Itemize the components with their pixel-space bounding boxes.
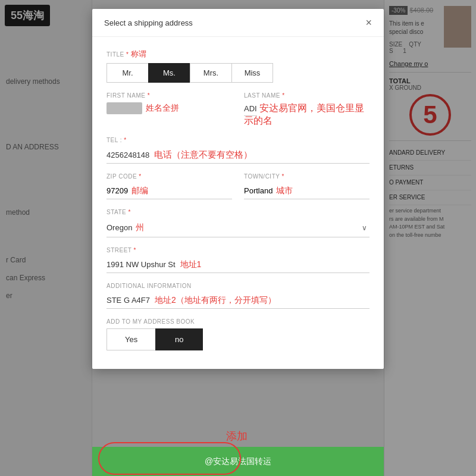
zip-cn: 邮编: [131, 186, 148, 196]
last-name-value: ADI: [244, 102, 257, 116]
state-value: Oregon: [107, 223, 132, 232]
address-book-group: ADD TO MY ADDRESS BOOK Yes no: [107, 318, 369, 350]
yn-buttons: Yes no: [107, 328, 369, 350]
zip-value: 97209: [107, 186, 128, 195]
state-field-group: STATE * Oregon 州 ∨: [107, 209, 369, 237]
modal-header: Select a shipping address ×: [92, 9, 384, 37]
tel-field-group: TEL : * 4256248148 电话（注意不要有空格）: [107, 137, 369, 164]
first-name-label: FIRST NAME *: [107, 92, 232, 99]
zip-field-group: ZIP CODE * 97209 邮编: [107, 173, 232, 199]
additional-value: STE G A4F7: [107, 296, 150, 305]
town-label: TOWN/CITY *: [244, 173, 369, 180]
title-buttons: Mr. Ms. Mrs. Miss: [107, 63, 369, 83]
modal-title: Select a shipping address: [104, 18, 193, 27]
tel-value: 4256248148: [107, 151, 149, 159]
title-field-group: TITLE * 称谓 Mr. Ms. Mrs. Miss: [107, 49, 369, 83]
title-required: *: [126, 51, 129, 58]
name-row: FIRST NAME * 姓名全拼 LAST NAME * ADI 安达易官网，…: [107, 92, 369, 137]
zip-label: ZIP CODE *: [107, 173, 232, 180]
state-cn: 州: [136, 223, 144, 233]
state-label: STATE *: [107, 209, 369, 215]
street-value: 1991 NW Upshur St: [107, 260, 176, 269]
title-ms-button[interactable]: Ms.: [148, 63, 190, 83]
last-name-label: LAST NAME *: [244, 92, 369, 99]
title-cn-label: 称谓: [131, 49, 146, 58]
add-annotation: 添加: [226, 429, 248, 443]
town-value: Portland: [244, 186, 273, 195]
last-name-group: LAST NAME * ADI 安达易官网，美国仓里显示的名: [244, 92, 369, 127]
street-label: STREET *: [107, 247, 369, 253]
street-cn: 地址1: [180, 259, 202, 270]
address-book-label: ADD TO MY ADDRESS BOOK: [107, 318, 369, 325]
street-field-group: STREET * 1991 NW Upshur St 地址1: [107, 247, 369, 273]
first-name-blur: [107, 102, 142, 114]
no-button[interactable]: no: [155, 328, 203, 350]
zip-town-row: ZIP CODE * 97209 邮编 TOWN/CITY * Portland…: [107, 173, 369, 209]
tel-cn: 电话（注意不要有空格）: [154, 149, 252, 161]
additional-field-group: ADDITIONAL INFORMATION STE G A4F7 地址2（地址…: [107, 283, 369, 309]
additional-cn: 地址2（地址有两行，分开填写）: [155, 295, 276, 306]
tel-label: TEL : *: [107, 137, 369, 143]
title-miss-button[interactable]: Miss: [231, 63, 273, 83]
title-label: TITLE * 称谓: [107, 49, 369, 60]
shipping-address-modal: Select a shipping address × TITLE * 称谓 M…: [92, 9, 384, 369]
green-bar[interactable]: @安达易法国转运: [92, 447, 384, 476]
first-name-group: FIRST NAME * 姓名全拼: [107, 92, 232, 127]
title-mrs-button[interactable]: Mrs.: [190, 63, 231, 83]
yes-button[interactable]: Yes: [107, 328, 155, 350]
last-name-cn: 安达易官网，美国仓里显示的名: [244, 103, 364, 126]
green-bar-text: @安达易法国转运: [205, 456, 271, 466]
first-name-cn: 姓名全拼: [146, 103, 179, 114]
additional-label: ADDITIONAL INFORMATION: [107, 283, 369, 289]
town-cn: 城市: [276, 186, 293, 196]
modal-close-button[interactable]: ×: [365, 17, 372, 28]
state-select-wrapper: Oregon 州 ∨: [107, 219, 369, 237]
title-mr-button[interactable]: Mr.: [107, 63, 148, 83]
town-field-group: TOWN/CITY * Portland 城市: [244, 173, 369, 199]
modal-body: TITLE * 称谓 Mr. Ms. Mrs. Miss FIRST NAME …: [92, 37, 384, 369]
